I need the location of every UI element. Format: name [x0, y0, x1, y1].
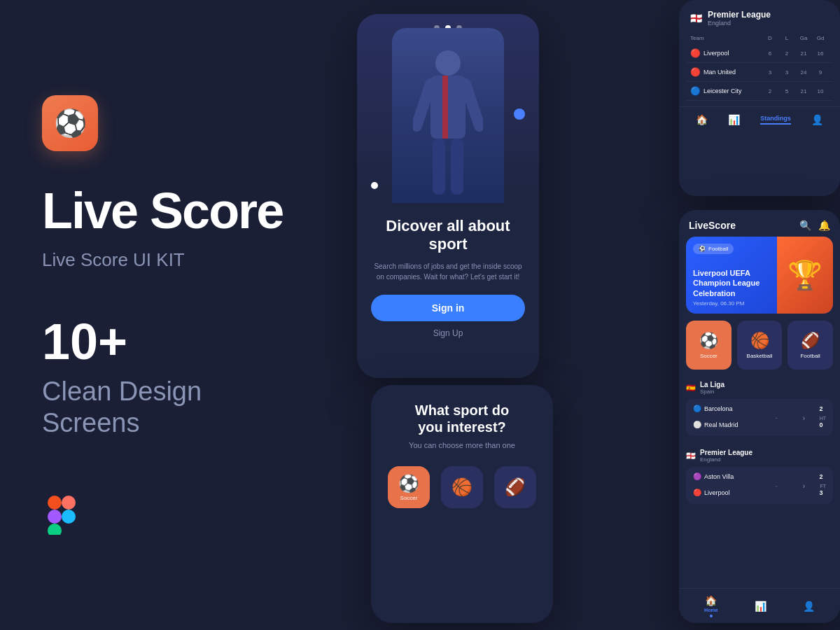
soccer-category[interactable]: ⚽ Soccer: [686, 321, 732, 370]
livescore-title: LiveScore: [689, 220, 736, 231]
football-category[interactable]: 🏈 Football: [788, 321, 833, 370]
aston-villa-name: Aston Villa: [704, 473, 813, 480]
signin-button[interactable]: Sign in: [371, 295, 525, 321]
real-madrid-name: Real Madrid: [704, 421, 813, 428]
barcelona-score: 2: [816, 405, 826, 412]
premier-league-country: England: [700, 456, 752, 463]
barcelona-badge: 🔵: [693, 405, 701, 412]
premier-league-header: 🏴󠁧󠁢󠁥󠁮󠁧󠁿 Premier League England: [686, 449, 833, 463]
match-card-villa-liverpool[interactable]: 🟣 Aston Villa 2 - 🔴 Liverpool 3 › FT: [686, 467, 833, 504]
leicester-gd: 10: [812, 88, 829, 94]
screens-count: 10+: [42, 313, 336, 370]
match-card-barca-madrid[interactable]: 🔵 Barcelona 2 - ⚪ Real Madrid 0 › HT: [686, 399, 833, 436]
soccer-btn[interactable]: ⚽ Soccer: [388, 466, 430, 508]
chart-nav-item[interactable]: 📊: [755, 601, 766, 612]
home-team-row-2: 🟣 Aston Villa 2: [693, 472, 826, 480]
england-flag-ls: 🏴󠁧󠁢󠁥󠁮󠁧󠁿: [686, 451, 696, 461]
sport-content: What sport doyou interest? You can choos…: [371, 385, 553, 525]
away-team-row-2: 🔴 Liverpool 3: [693, 489, 826, 496]
home-nav-icon[interactable]: 🏠: [696, 114, 708, 125]
home-nav-icon-ls: 🏠: [705, 595, 717, 606]
phone-discover: Dicover all about sport Search millions …: [357, 14, 539, 378]
liverpool-name-ls: Liverpool: [704, 489, 813, 496]
manutd-d: 3: [762, 69, 778, 76]
chart-nav-icon[interactable]: 📊: [728, 114, 740, 125]
soccer-cat-label: Soccer: [700, 353, 718, 359]
signup-link[interactable]: Sign Up: [371, 328, 525, 338]
col-gd-label: Gd: [812, 35, 829, 41]
search-icon[interactable]: 🔍: [799, 220, 811, 231]
discover-desc: Search millions of jobs and get the insi…: [371, 261, 525, 282]
sport-icons-row: ⚽ Soccer 🏀 🏈: [385, 466, 539, 508]
main-title: Live Score: [42, 185, 336, 238]
match-teams: 🔵 Barcelona 2 - ⚪ Real Madrid 0: [693, 405, 826, 430]
basketball-btn[interactable]: 🏀: [441, 466, 483, 508]
profile-nav-item[interactable]: 👤: [803, 601, 815, 612]
match-status-ht: HT: [820, 415, 826, 420]
standings-header: 🏴󠁧󠁢󠁥󠁮󠁧󠁿 Premier League England: [679, 0, 840, 32]
liverpool-badge: 🔴: [690, 48, 701, 58]
la-liga-country: Spain: [700, 388, 724, 395]
news-headline: Liverpool UEFA Champion League Celebrati…: [693, 268, 777, 298]
discover-title: Dicover all about sport: [371, 217, 525, 254]
standings-nav: 🏠 📊 Standings 👤: [679, 106, 840, 132]
table-row: 🔴 Man United 3 3 24 9: [686, 63, 833, 82]
table-row: 🔴 Liverpool 6 2 21 16: [686, 44, 833, 63]
football-btn[interactable]: 🏈: [494, 466, 536, 508]
basketball-category[interactable]: 🏀 Basketball: [737, 321, 783, 370]
match-chevron-icon: ›: [803, 414, 805, 421]
liverpool-gd: 16: [812, 50, 829, 57]
svg-rect-2: [48, 510, 62, 524]
barcelona-name: Barcelona: [704, 405, 813, 412]
app-icon: ⚽: [42, 95, 98, 151]
table-header: Team D L Ga Gd: [686, 32, 833, 44]
spain-flag: 🇪🇸: [686, 384, 696, 393]
screens-label: Clean Design Screens: [42, 376, 336, 440]
phone-sport: What sport doyou interest? You can choos…: [371, 385, 553, 623]
bell-icon[interactable]: 🔔: [818, 220, 830, 231]
away-team-row: ⚪ Real Madrid 0: [693, 421, 826, 428]
real-madrid-badge: ⚪: [693, 421, 701, 428]
match-separator: -: [727, 414, 826, 421]
col-ga-label: Ga: [795, 35, 812, 41]
premier-league-info: Premier League England: [700, 449, 752, 463]
liverpool-score: 3: [816, 489, 826, 496]
match-separator-2: -: [727, 482, 826, 489]
news-banner[interactable]: ⚽ Football Liverpool UEFA Champion Leagu…: [686, 237, 833, 314]
svg-point-4: [62, 510, 76, 524]
svg-rect-3: [48, 524, 62, 535]
right-section: 🏴󠁧󠁢󠁥󠁮󠁧󠁿 Premier League England Team D L …: [546, 0, 840, 630]
svg-rect-10: [451, 139, 463, 195]
left-section: ⚽ Live Score Live Score UI KIT 10+ Clean…: [42, 0, 336, 630]
manutd-gd: 9: [812, 69, 829, 76]
discover-content: Dicover all about sport Search millions …: [357, 203, 539, 352]
standings-table: Team D L Ga Gd 🔴 Liverpool 6 2 21 16 🔴 M…: [679, 32, 840, 101]
la-liga-section: 🇪🇸 La Liga Spain 🔵 Barcelona 2 - ⚪: [679, 377, 840, 444]
soccer-icon: ⚽: [398, 474, 419, 493]
football-dot: ⚽: [699, 246, 706, 252]
phone-livescore: LiveScore 🔍 🔔 ⚽ Football Liverpool UEFA …: [679, 210, 840, 623]
home-team-row: 🔵 Barcelona 2: [693, 405, 826, 412]
svg-rect-0: [48, 496, 62, 510]
svg-rect-1: [62, 496, 76, 510]
sport-title: What sport doyou interest?: [385, 402, 539, 435]
subtitle: Live Score UI KIT: [42, 249, 336, 271]
basketball-icon: 🏀: [451, 477, 472, 497]
news-text: Liverpool UEFA Champion League Celebrati…: [693, 268, 777, 307]
news-tag: ⚽ Football: [693, 244, 734, 254]
figma-logo: [42, 496, 81, 535]
player-image: [392, 28, 504, 203]
home-nav-item[interactable]: 🏠 Home: [704, 595, 718, 617]
leicester-name: Leicester City: [704, 88, 762, 94]
aston-villa-badge: 🟣: [693, 472, 701, 480]
la-liga-info: La Liga Spain: [700, 381, 724, 395]
home-nav-label: Home: [704, 608, 718, 612]
news-time: Yesterday, 06.30 PM: [693, 300, 777, 307]
leicester-badge: 🔵: [690, 86, 701, 96]
standings-tab[interactable]: Standings: [760, 115, 791, 125]
news-photo: 🏆: [777, 237, 833, 314]
match-teams-2: 🟣 Aston Villa 2 - 🔴 Liverpool 3: [693, 472, 826, 498]
league-country: England: [708, 20, 771, 27]
blue-dot-decoration: [514, 108, 525, 120]
profile-nav-icon[interactable]: 👤: [811, 114, 823, 125]
